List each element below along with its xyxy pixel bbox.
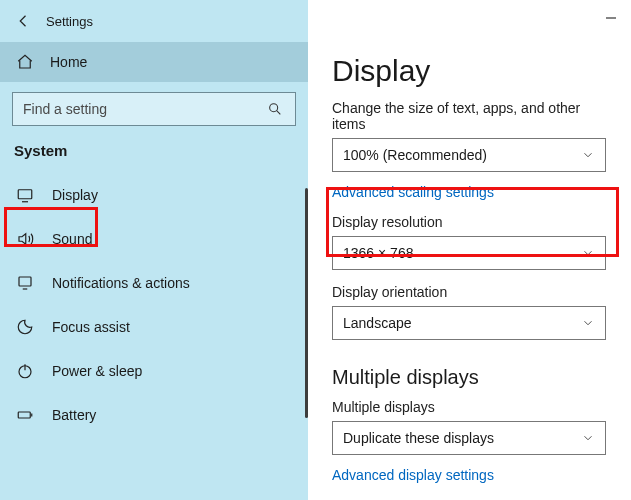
category-heading: System [0, 132, 308, 165]
svg-rect-1 [18, 190, 32, 199]
minimize-button[interactable] [601, 8, 621, 28]
chevron-down-icon [581, 431, 595, 445]
multiple-displays-dropdown[interactable]: Duplicate these displays [332, 421, 606, 455]
multiple-displays-label: Multiple displays [332, 399, 609, 415]
chevron-down-icon [581, 148, 595, 162]
advanced-display-link[interactable]: Advanced display settings [332, 467, 494, 483]
multiple-displays-value: Duplicate these displays [343, 430, 494, 446]
orientation-dropdown[interactable]: Landscape [332, 306, 606, 340]
search-box[interactable] [12, 92, 296, 126]
home-icon [14, 53, 36, 71]
power-icon [14, 362, 36, 380]
nav-item-label: Sound [52, 231, 92, 247]
nav-item-display[interactable]: Display [0, 173, 308, 217]
resolution-dropdown[interactable]: 1366 × 768 [332, 236, 606, 270]
multiple-displays-heading: Multiple displays [332, 366, 609, 389]
nav-home-label: Home [50, 54, 87, 70]
sidebar: Settings Home System Display Sound [0, 0, 308, 500]
notifications-icon [14, 274, 36, 292]
nav-item-focus-assist[interactable]: Focus assist [0, 305, 308, 349]
resolution-value: 1366 × 768 [343, 245, 413, 261]
scale-label: Change the size of text, apps, and other… [332, 100, 609, 132]
battery-icon [14, 406, 36, 424]
orientation-value: Landscape [343, 315, 412, 331]
nav-item-notifications[interactable]: Notifications & actions [0, 261, 308, 305]
search-icon [267, 101, 285, 117]
svg-point-0 [270, 104, 278, 112]
nav-item-sound[interactable]: Sound [0, 217, 308, 261]
chevron-down-icon [581, 316, 595, 330]
scale-dropdown[interactable]: 100% (Recommended) [332, 138, 606, 172]
nav-item-battery[interactable]: Battery [0, 393, 308, 437]
search-input[interactable] [23, 101, 267, 117]
display-icon [14, 186, 36, 204]
minimize-icon [605, 12, 617, 24]
focus-assist-icon [14, 318, 36, 336]
nav-item-label: Power & sleep [52, 363, 142, 379]
nav-item-label: Display [52, 187, 98, 203]
nav-home[interactable]: Home [0, 42, 308, 82]
page-title: Display [332, 54, 609, 88]
titlebar: Settings [0, 0, 308, 42]
search-wrap [0, 82, 308, 132]
main-content: Display Change the size of text, apps, a… [308, 0, 631, 500]
nav-item-label: Focus assist [52, 319, 130, 335]
nav-list: Display Sound Notifications & actions Fo… [0, 173, 308, 437]
svg-rect-4 [18, 412, 30, 418]
nav-item-label: Battery [52, 407, 96, 423]
resolution-label: Display resolution [332, 214, 609, 230]
svg-rect-2 [19, 277, 31, 286]
scale-value: 100% (Recommended) [343, 147, 487, 163]
back-button[interactable] [8, 5, 40, 37]
chevron-down-icon [581, 246, 595, 260]
orientation-label: Display orientation [332, 284, 609, 300]
window-title: Settings [46, 14, 93, 29]
arrow-left-icon [15, 12, 33, 30]
advanced-scaling-link[interactable]: Advanced scaling settings [332, 184, 494, 200]
nav-item-label: Notifications & actions [52, 275, 190, 291]
sound-icon [14, 230, 36, 248]
nav-item-power-sleep[interactable]: Power & sleep [0, 349, 308, 393]
